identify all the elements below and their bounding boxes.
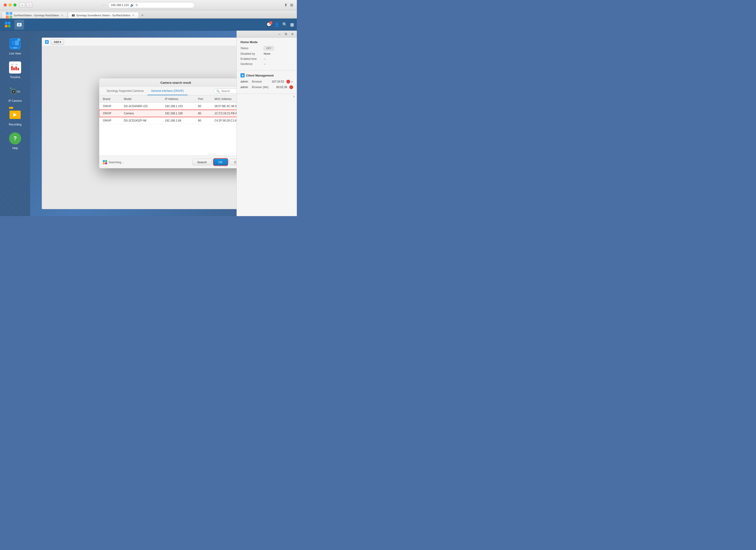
url-text: 192.168.1.210 <box>111 3 129 7</box>
tab-onvif-label: General Interface (ONVIF) <box>151 89 184 93</box>
ok-button[interactable]: OK <box>214 159 228 166</box>
enabled-time-row: Enabled time -- <box>240 57 293 61</box>
reload-icon[interactable]: ↻ <box>135 3 138 7</box>
icon-cell-3 <box>6 16 9 19</box>
close-button[interactable] <box>4 3 7 6</box>
client-name-1: admin <box>240 80 251 83</box>
dots-icon: ··· <box>102 3 106 7</box>
tab-synology-supported[interactable]: Synology Supported Cameras <box>103 87 147 95</box>
col-ip: IP Address <box>161 96 194 103</box>
user-icon[interactable]: 👤 <box>274 22 279 27</box>
client-mgmt-section: ⊞ Client Management admin Browser 167:24… <box>237 70 297 94</box>
camera-icon <box>16 22 22 27</box>
grid-icon[interactable] <box>3 20 13 29</box>
traffic-lights <box>4 3 16 6</box>
icon-cell-2 <box>10 12 13 15</box>
search-toolbar-icon[interactable]: 🔍 <box>282 22 287 27</box>
camera-search-dialog: Camera search result ✕ Synology Supporte… <box>99 79 252 168</box>
disabled-by-row: Disabled by None <box>240 52 293 55</box>
cell-ip: 192.168.1.69 <box>161 117 194 124</box>
enabled-time-label: Enabled time <box>240 57 264 61</box>
restore-panel-button[interactable]: ⧉ <box>283 32 288 37</box>
dialog-tabs: Synology Supported Cameras General Inter… <box>99 87 252 96</box>
scroll-controls: ∨ <box>237 94 297 99</box>
toolbar-right: 💬 1 👤 🔍 ▦ <box>266 22 294 27</box>
grid-cell-3 <box>5 25 7 27</box>
tab2-label: Synology Surveillance Station - SynRackS… <box>76 14 131 17</box>
bg-panel-icon <box>45 40 49 44</box>
tab-bar: SynRackStation - Synology RackStation ✕ … <box>0 10 297 19</box>
recording-folder-icon <box>9 109 21 121</box>
table-header: Brand Model IP Address Port MAC Address <box>99 96 252 103</box>
address-bar: ··· 192.168.1.210 🔊 ↻ <box>102 2 195 8</box>
disabled-by-value: None <box>264 52 293 55</box>
dialog-footer: Searching... Search OK Cancel <box>99 156 252 168</box>
svg-point-1 <box>73 15 74 16</box>
camera-app-icon[interactable] <box>14 20 24 29</box>
back-button[interactable]: ‹ <box>19 3 25 8</box>
table-header-row: Brand Model IP Address Port MAC Address <box>99 96 252 103</box>
svg-rect-30 <box>105 160 107 162</box>
tab2-close[interactable]: ✕ <box>132 14 135 17</box>
table-body: ONVIF DS-2CD4A85F-IZS 192.168.1.153 80 2… <box>99 102 252 124</box>
status-label: Status <box>240 47 264 50</box>
results-table-container: Brand Model IP Address Port MAC Address … <box>99 96 252 156</box>
folder-body <box>10 111 21 119</box>
share-icon[interactable]: ⬆ <box>284 3 287 7</box>
scroll-down-icon[interactable]: ∨ <box>293 95 295 98</box>
table-row[interactable]: ONVIF DS-2CD2432F-IW 192.168.1.69 80 C4:… <box>99 117 252 124</box>
table-row[interactable]: ONVIF DS-2CD4A85F-IZS 192.168.1.153 80 2… <box>99 102 252 110</box>
minimize-panel-button[interactable]: ─ <box>277 32 282 37</box>
col-port: Port <box>194 96 211 103</box>
geofence-row: Geofence -- <box>240 62 293 66</box>
side-panel-titlebar: ─ ⧉ ✕ <box>237 31 297 38</box>
svg-point-4 <box>19 24 20 25</box>
tab-general-interface[interactable]: General Interface (ONVIF) <box>147 87 188 95</box>
tab-synrackstation[interactable]: SynRackStation - Synology RackStation ✕ <box>2 12 68 18</box>
svg-rect-31 <box>103 162 105 164</box>
client-type-2: Browser (Me) <box>252 86 275 89</box>
client-remove-2[interactable]: − <box>289 85 293 89</box>
toolbar-icons: ⬆ ⊞ <box>284 3 293 7</box>
mac-titlebar: ‹ › ··· 192.168.1.210 🔊 ↻ ⬆ ⊞ <box>0 0 297 10</box>
main-area: Live View 02 03 Timeline <box>0 31 297 216</box>
notification-icon[interactable]: 💬 1 <box>266 22 272 27</box>
icon-cell-4 <box>10 16 13 19</box>
tab1-close[interactable]: ✕ <box>61 14 64 17</box>
cell-brand: ONVIF <box>99 110 120 117</box>
cell-model: DS-2CD4A85F-IZS <box>120 102 161 110</box>
status-toggle[interactable]: OFF <box>264 46 274 50</box>
url-icons: 🔊 ↻ <box>130 3 138 7</box>
geofence-label: Geofence <box>240 62 264 66</box>
grid-cell-2 <box>8 22 10 24</box>
maximize-button[interactable] <box>13 3 16 6</box>
close-panel-button[interactable]: ✕ <box>290 32 295 37</box>
sidebar-toggle-icon[interactable]: ⊞ <box>290 3 293 7</box>
cell-port: 80 <box>194 117 211 124</box>
dialog-header: Camera search result ✕ <box>99 79 252 87</box>
icon-cell-1 <box>6 12 9 15</box>
search-button[interactable]: Search <box>192 159 211 166</box>
cell-model: DS-2CD2432F-IW <box>120 117 161 124</box>
menu-icon[interactable]: ▦ <box>290 22 294 27</box>
client-remove-1[interactable]: − <box>286 80 290 83</box>
client-expand-1[interactable]: ∧ <box>291 80 293 83</box>
grid-cell-1 <box>5 22 7 24</box>
recording-icon-wrapper <box>8 108 22 122</box>
add-button[interactable]: Add ▾ <box>51 39 64 45</box>
url-box[interactable]: 192.168.1.210 🔊 ↻ <box>108 2 195 8</box>
nav-buttons: ‹ › <box>19 3 32 8</box>
notification-badge: 1 <box>269 21 272 24</box>
forward-button[interactable]: › <box>26 3 32 8</box>
synology-grid-icon <box>5 22 10 27</box>
search-icon: 🔍 <box>216 90 220 93</box>
new-tab-button[interactable]: + <box>140 13 145 18</box>
minimize-button[interactable] <box>9 3 12 6</box>
svg-point-28 <box>46 41 48 43</box>
table-row-selected[interactable]: ONVIF Camera 192.168.1.190 80 1C:C3:16:2… <box>99 110 252 117</box>
tab-surveillance[interactable]: Synology Surveillance Station - SynRackS… <box>68 12 139 18</box>
client-name-2: admin <box>240 86 251 89</box>
client-row-1: admin Browser 167:24:52 − ∧ <box>240 80 293 83</box>
status-row: Status OFF <box>240 46 293 50</box>
cell-ip: 192.168.1.190 <box>161 110 194 117</box>
